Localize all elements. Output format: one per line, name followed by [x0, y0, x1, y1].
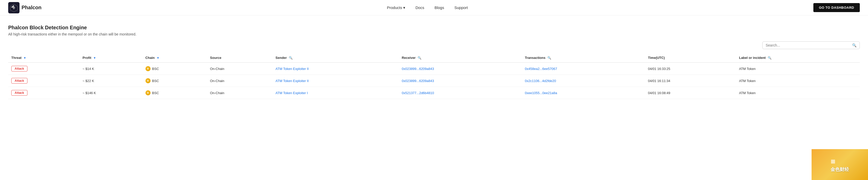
cell-threat: Attack	[8, 87, 80, 99]
detections-table: Threat ▼ Profit ▼ Chain ▼ Source Sender …	[8, 53, 860, 99]
cell-chain: B BSC	[142, 87, 207, 99]
table-row: Attack ~ $14 K B BSC On-Chain ATM Token …	[8, 62, 860, 75]
cell-sender: ATM Token Exploiter I	[272, 87, 399, 99]
profit-filter-icon[interactable]: ▼	[93, 56, 96, 59]
cell-label: ATM Token	[736, 75, 860, 87]
sender-link[interactable]: ATM Token Exploiter II	[276, 67, 309, 71]
navbar-right: GO TO DASHBOARD	[813, 3, 860, 12]
attack-badge: Attack	[11, 90, 27, 96]
hero-section: Phalcon Block Detection Engine All high-…	[0, 16, 868, 42]
navbar-logo-area: Phalcon	[8, 2, 41, 14]
nav-blogs[interactable]: Blogs	[435, 5, 444, 10]
col-threat: Threat ▼	[8, 53, 80, 62]
cell-receiver: 0x023899...6209a843	[399, 62, 522, 75]
threat-filter-icon[interactable]: ▼	[23, 56, 26, 59]
bsc-icon: B	[146, 66, 151, 71]
nav-docs[interactable]: Docs	[415, 5, 424, 10]
transactions-search-icon[interactable]: 🔍	[547, 56, 551, 60]
col-time-utc: Time(UTC)	[645, 53, 736, 62]
nav-support[interactable]: Support	[454, 5, 468, 10]
cell-threat: Attack	[8, 62, 80, 75]
chain-name: BSC	[152, 91, 159, 95]
sender-search-icon[interactable]: 🔍	[289, 56, 293, 60]
label-search-icon[interactable]: 🔍	[768, 56, 772, 60]
col-label-incident: Label or incident 🔍	[736, 53, 860, 62]
cell-transactions: 0xee1055...0ee21a8a	[522, 87, 645, 99]
cell-sender: ATM Token Exploiter II	[272, 62, 399, 75]
cell-source: On-Chain	[207, 62, 272, 75]
col-chain: Chain ▼	[142, 53, 207, 62]
table-body: Attack ~ $14 K B BSC On-Chain ATM Token …	[8, 62, 860, 99]
cell-label: ATM Token	[736, 62, 860, 75]
cell-sender: ATM Token Exploiter II	[272, 75, 399, 87]
search-row: 🔍	[0, 42, 868, 53]
navbar-center: Products ▾ Docs Blogs Support	[387, 5, 468, 10]
navbar: Phalcon Products ▾ Docs Blogs Support GO…	[0, 0, 868, 16]
transaction-link[interactable]: 0x458ea2...6ee57067	[525, 67, 557, 71]
bsc-icon: B	[146, 90, 151, 95]
chain-filter-icon[interactable]: ▼	[157, 56, 159, 59]
cell-label: ATM Token	[736, 87, 860, 99]
cell-time: 04/01 16:33:25	[645, 62, 736, 75]
cell-source: On-Chain	[207, 75, 272, 87]
cell-transactions: 0x2c1106...4d2fde20	[522, 75, 645, 87]
cell-profit: ~ $14 K	[80, 62, 142, 75]
search-container: 🔍	[762, 42, 860, 49]
transaction-link[interactable]: 0xee1055...0ee21a8a	[525, 91, 557, 95]
col-receiver: Receiver 🔍	[399, 53, 522, 62]
hero-subtitle: All high-risk transactions either in the…	[8, 32, 860, 36]
search-icon: 🔍	[852, 43, 857, 47]
bsc-icon: B	[146, 78, 151, 83]
chevron-down-icon: ▾	[403, 5, 405, 10]
receiver-link[interactable]: 0x023899...6209a843	[402, 67, 434, 71]
chain-name: BSC	[152, 67, 159, 71]
logo-text: Phalcon	[22, 5, 41, 10]
cell-chain: B BSC	[142, 75, 207, 87]
attack-badge: Attack	[11, 78, 27, 83]
table-container: Threat ▼ Profit ▼ Chain ▼ Source Sender …	[0, 53, 868, 99]
logo-icon	[8, 2, 20, 14]
attack-badge: Attack	[11, 66, 27, 72]
cell-source: On-Chain	[207, 87, 272, 99]
transaction-link[interactable]: 0x2c1106...4d2fde20	[525, 79, 556, 83]
search-input[interactable]	[766, 43, 850, 47]
cell-profit: ~ $146 K	[80, 87, 142, 99]
sender-link[interactable]: ATM Token Exploiter II	[276, 79, 309, 83]
chain-name: BSC	[152, 79, 159, 83]
col-source: Source	[207, 53, 272, 62]
nav-products[interactable]: Products ▾	[387, 5, 405, 10]
cell-receiver: 0x521377...2d6b4810	[399, 87, 522, 99]
cell-time: 04/01 16:08:49	[645, 87, 736, 99]
cell-receiver: 0x023899...6209a843	[399, 75, 522, 87]
cell-threat: Attack	[8, 75, 80, 87]
cell-profit: ~ $22 K	[80, 75, 142, 87]
col-sender: Sender 🔍	[272, 53, 399, 62]
receiver-link[interactable]: 0x023899...6209a843	[402, 79, 434, 83]
col-profit: Profit ▼	[80, 53, 142, 62]
dashboard-button[interactable]: GO TO DASHBOARD	[813, 3, 860, 12]
sender-link[interactable]: ATM Token Exploiter I	[276, 91, 308, 95]
receiver-search-icon[interactable]: 🔍	[417, 56, 422, 60]
hero-title: Phalcon Block Detection Engine	[8, 25, 860, 31]
receiver-link[interactable]: 0x521377...2d6b4810	[402, 91, 434, 95]
table-header: Threat ▼ Profit ▼ Chain ▼ Source Sender …	[8, 53, 860, 62]
cell-chain: B BSC	[142, 62, 207, 75]
col-transactions: Transactions 🔍	[522, 53, 645, 62]
table-row: Attack ~ $146 K B BSC On-Chain ATM Token…	[8, 87, 860, 99]
table-row: Attack ~ $22 K B BSC On-Chain ATM Token …	[8, 75, 860, 87]
cell-transactions: 0x458ea2...6ee57067	[522, 62, 645, 75]
cell-time: 04/01 16:11:34	[645, 75, 736, 87]
